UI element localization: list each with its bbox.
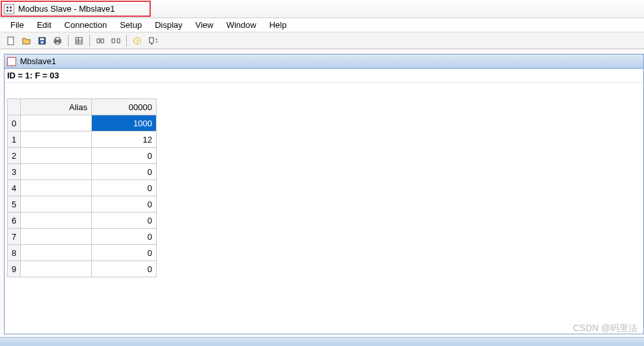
svg-rect-16	[101, 39, 104, 43]
row-index-cell[interactable]: 3	[8, 164, 21, 180]
toolbar-separator	[126, 35, 127, 47]
table-row[interactable]: 20	[8, 148, 157, 164]
alias-cell[interactable]	[21, 261, 92, 277]
child-window-title: Mbslave1	[20, 56, 56, 66]
svg-rect-3	[10, 10, 12, 12]
table-row[interactable]: 40	[8, 180, 157, 196]
svg-rect-18	[112, 39, 115, 43]
value-cell[interactable]: 0	[92, 196, 157, 213]
svg-rect-19	[117, 39, 120, 43]
mdi-client-area: Mbslave1 ID = 1: F = 03 Alias 00000 0100…	[0, 49, 644, 334]
row-index-cell[interactable]: 2	[8, 148, 21, 164]
value-cell[interactable]: 12	[92, 132, 157, 148]
value-cell[interactable]: 0	[92, 229, 157, 245]
menu-setup[interactable]: Setup	[113, 19, 148, 31]
alias-cell[interactable]	[21, 115, 92, 132]
row-index-cell[interactable]: 0	[8, 115, 21, 132]
alias-cell[interactable]	[21, 132, 92, 148]
value-cell[interactable]: 1000	[92, 115, 157, 132]
table-row[interactable]: 80	[8, 245, 157, 261]
toolbar-separator	[89, 35, 90, 47]
header-value[interactable]: 00000	[92, 99, 157, 115]
menu-edit[interactable]: Edit	[30, 19, 58, 31]
open-folder-icon[interactable]	[19, 34, 34, 48]
svg-rect-1	[10, 6, 12, 8]
alias-cell[interactable]	[21, 229, 92, 245]
svg-rect-15	[97, 39, 100, 43]
watermark: CSDN @码里法	[573, 323, 638, 334]
alias-cell[interactable]	[21, 245, 92, 261]
menu-view[interactable]: View	[189, 19, 220, 31]
svg-rect-6	[40, 38, 44, 40]
header-rownum	[8, 99, 21, 115]
table-row[interactable]: 30	[8, 164, 157, 180]
menu-connection[interactable]: Connection	[58, 19, 113, 31]
row-index-cell[interactable]: 6	[8, 213, 21, 229]
disconnect-icon[interactable]	[109, 34, 123, 48]
alias-cell[interactable]	[21, 213, 92, 229]
svg-rect-2	[6, 10, 8, 12]
new-file-icon[interactable]	[4, 34, 18, 48]
statusbar	[0, 337, 644, 346]
printer-icon[interactable]	[50, 34, 65, 48]
header-alias[interactable]: Alias	[21, 99, 92, 115]
connection-icon[interactable]	[93, 34, 107, 48]
alias-cell[interactable]	[21, 180, 92, 196]
help-icon[interactable]: ?	[130, 34, 144, 48]
window-title: Modbus Slave - Mbslave1	[18, 4, 115, 14]
row-index-cell[interactable]: 7	[8, 229, 21, 245]
register-grid[interactable]: Alias 00000 010001122030405060708090	[7, 98, 157, 277]
child-titlebar[interactable]: Mbslave1	[5, 54, 643, 69]
value-cell[interactable]: 0	[92, 164, 157, 180]
value-cell[interactable]: 0	[92, 148, 157, 164]
titlebar[interactable]: Modbus Slave - Mbslave1	[0, 0, 644, 18]
row-index-cell[interactable]: 9	[8, 261, 21, 277]
alias-cell[interactable]	[21, 148, 92, 164]
svg-rect-0	[6, 6, 8, 8]
value-cell[interactable]: 0	[92, 180, 157, 196]
svg-rect-10	[56, 42, 60, 44]
table-icon[interactable]	[72, 34, 86, 48]
table-row[interactable]: 01000	[8, 115, 157, 132]
child-window: Mbslave1 ID = 1: F = 03 Alias 00000 0100…	[4, 54, 644, 334]
value-cell[interactable]: 0	[92, 261, 157, 277]
row-index-cell[interactable]: 5	[8, 196, 21, 213]
grid-header-row: Alias 00000	[8, 99, 157, 115]
table-row[interactable]: 90	[8, 261, 157, 277]
toolbar: ? ?	[0, 32, 644, 49]
table-row[interactable]: 112	[8, 132, 157, 148]
svg-text:?: ?	[155, 38, 157, 44]
app-icon	[4, 4, 14, 14]
value-cell[interactable]: 0	[92, 245, 157, 261]
value-cell[interactable]: 0	[92, 213, 157, 229]
alias-cell[interactable]	[21, 164, 92, 180]
alias-cell[interactable]	[21, 196, 92, 213]
slave-status-line: ID = 1: F = 03	[5, 69, 643, 83]
row-index-cell[interactable]: 4	[8, 180, 21, 196]
whats-this-icon[interactable]: ?	[146, 34, 160, 48]
child-window-icon	[7, 57, 16, 66]
table-row[interactable]: 50	[8, 196, 157, 213]
table-row[interactable]: 70	[8, 229, 157, 245]
menu-window[interactable]: Window	[220, 19, 263, 31]
svg-rect-7	[41, 41, 43, 43]
svg-text:?: ?	[136, 38, 139, 44]
menu-display[interactable]: Display	[148, 19, 189, 31]
toolbar-separator	[68, 35, 69, 47]
table-row[interactable]: 60	[8, 213, 157, 229]
svg-rect-9	[56, 38, 60, 40]
row-index-cell[interactable]: 1	[8, 132, 21, 148]
row-index-cell[interactable]: 8	[8, 245, 21, 261]
menubar: File Edit Connection Setup Display View …	[0, 18, 644, 32]
svg-rect-11	[76, 38, 82, 44]
save-disk-icon[interactable]	[35, 34, 49, 48]
menu-help[interactable]: Help	[263, 19, 293, 31]
register-grid-wrap: Alias 00000 010001122030405060708090	[5, 83, 643, 277]
menu-file[interactable]: File	[4, 19, 30, 31]
